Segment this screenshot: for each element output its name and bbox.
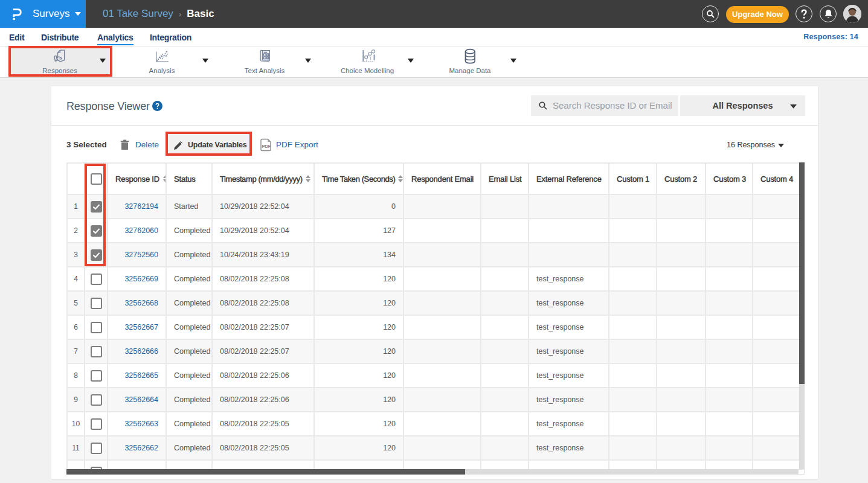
svg-text:PDF: PDF <box>262 144 271 149</box>
